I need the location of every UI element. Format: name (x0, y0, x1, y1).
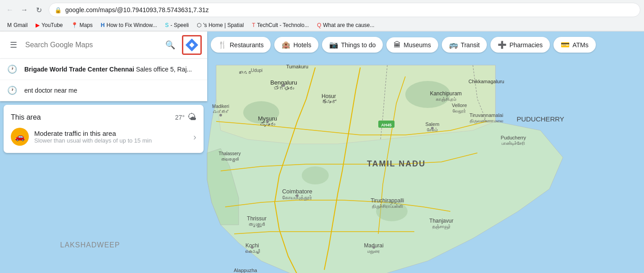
left-panel: ☰ 🔍 🕐 Brigade World Trade Center C (0, 31, 207, 153)
bookmark-techcult-label: TechCult - Technolo... (257, 22, 309, 28)
bookmark-how-to-fix[interactable]: H How to Fix Window... (97, 21, 161, 29)
traffic-row: 🚗 Moderate traffic in this area Slower t… (11, 128, 196, 146)
pill-transit-label: Transit (461, 41, 480, 49)
weather-info: 27° 🌤 (175, 112, 196, 122)
pill-things-to-do[interactable]: 📷 Things to do (322, 37, 383, 53)
pill-restaurants[interactable]: 🍴 Restaurants (211, 37, 271, 53)
svg-text:LAKSHADWEEP: LAKSHADWEEP (60, 241, 120, 249)
directions-diamond (186, 39, 198, 51)
svg-point-56 (266, 120, 269, 123)
suggestion-text-2: ent doctor near me (24, 87, 200, 94)
suggestion-main-2: ent doctor near me (24, 87, 200, 94)
hamburger-icon: ☰ (10, 40, 17, 50)
svg-text:PUDUCHERRY: PUDUCHERRY (517, 115, 564, 123)
traffic-chevron-button[interactable]: › (193, 132, 196, 142)
pill-pharmacies[interactable]: ➕ Pharmacies (490, 37, 550, 53)
svg-text:வேலூர்: வேலூர் (453, 108, 466, 114)
svg-text:ಹೊಸೂರ್: ಹೊಸೂರ್ (321, 99, 336, 104)
svg-text:காஞ்சிபுரம்: காஞ்சிபுரம் (436, 97, 456, 102)
svg-point-59 (296, 194, 299, 197)
browser-chrome: ← → ↻ 🔒 google.com/maps/@10.7941093,78.5… (0, 0, 644, 31)
reload-button[interactable]: ↻ (32, 4, 45, 16)
pills-bar: 🍴 Restaurants 🏨 Hotels 📷 Things to do 🏛 … (207, 35, 644, 54)
pill-hotels[interactable]: 🏨 Hotels (274, 37, 318, 53)
search-input-container: 🔍 (25, 37, 178, 53)
bookmark-youtube[interactable]: ▶ YouTube (32, 21, 66, 29)
search-suggestions: 🕐 Brigade World Trade Center Chennai Sal… (0, 58, 207, 101)
svg-text:AH45: AH45 (381, 123, 391, 127)
pill-restaurants-label: Restaurants (230, 41, 263, 49)
browser-toolbar: ← → ↻ 🔒 google.com/maps/@10.7941093,78.5… (0, 0, 644, 20)
svg-text:Madikeri: Madikeri (212, 104, 229, 109)
bookmark-youtube-label: YouTube (41, 22, 63, 28)
speeli-icon: S (165, 22, 169, 28)
bookmark-what-are-label: What are the cause... (323, 22, 374, 28)
bookmark-speeli-label: - Speeli (171, 22, 189, 28)
bookmark-maps-label: Maps (80, 22, 93, 28)
pill-atms-label: ATMs (572, 41, 589, 49)
svg-text:Tiruchirappalli: Tiruchirappalli (371, 197, 404, 204)
directions-button[interactable] (182, 35, 202, 55)
restaurants-icon: 🍴 (218, 40, 227, 49)
svg-text:കൊച്ചി: കൊച്ചി (245, 249, 260, 254)
history-icon-2: 🕐 (7, 85, 17, 95)
address-bar[interactable]: 🔒 google.com/maps/@10.7941093,78.5743631… (49, 3, 640, 17)
search-button[interactable]: 🔍 (162, 37, 178, 53)
lock-icon: 🔒 (54, 7, 62, 13)
home-spatial-icon: ⬡ (197, 22, 201, 28)
bookmark-maps[interactable]: 📍 Maps (68, 21, 96, 29)
suggestion-strong-1: Brigade World Trade Center Chennai (24, 66, 134, 73)
weather-icon: 🌤 (187, 112, 196, 122)
svg-text:Salem: Salem (425, 121, 439, 127)
pill-things-to-do-label: Things to do (341, 41, 376, 49)
bookmark-how-to-fix-label: How to Fix Window... (107, 22, 157, 28)
area-title: This area (11, 113, 41, 121)
hamburger-button[interactable]: ☰ (5, 37, 22, 53)
svg-text:Thalassery: Thalassery (219, 151, 241, 156)
museums-icon: 🏛 (394, 41, 401, 49)
svg-text:பாண்டிச்சேரி: பாண்டிச்சேரி (502, 141, 525, 146)
svg-text:Chikkamagaluru: Chikkamagaluru (468, 79, 504, 84)
temperature: 27° (175, 114, 185, 121)
search-input[interactable] (25, 41, 159, 49)
bookmark-techcult[interactable]: T TechCult - Technolo... (248, 21, 313, 29)
svg-text:ಮಡಿಕೇರಿ: ಮಡಿಕೇರಿ (213, 110, 229, 114)
svg-text:Thanjavur: Thanjavur (429, 218, 453, 224)
suggestion-item-1[interactable]: 🕐 Brigade World Trade Center Chennai Sal… (0, 59, 207, 80)
traffic-info: Moderate traffic in this area Slower tha… (34, 130, 188, 144)
svg-text:திருவண்ணாமலை: திருவண்ணாமலை (470, 118, 503, 124)
suggestion-item-2[interactable]: 🕐 ent doctor near me (0, 80, 207, 101)
forward-button[interactable]: → (18, 4, 31, 16)
svg-text:TAMIL NADU: TAMIL NADU (367, 159, 426, 168)
svg-text:திருச்சிராப்பள்ளி: திருச்சிராப்பள்ளி (372, 204, 403, 209)
pill-atms[interactable]: 💳 ATMs (553, 37, 596, 53)
transit-icon: 🚌 (449, 40, 458, 49)
svg-text:Tumakuru: Tumakuru (286, 64, 308, 69)
back-button[interactable]: ← (4, 4, 16, 16)
svg-text:Tiruvannamalai: Tiruvannamalai (470, 112, 503, 118)
svg-point-57 (282, 84, 285, 87)
svg-text:Hosur: Hosur (322, 93, 336, 99)
bookmark-home-spatial[interactable]: ⬡ 's Home | Spatial (193, 21, 247, 29)
bookmarks-bar: M Gmail ▶ YouTube 📍 Maps H How to Fix Wi… (0, 20, 644, 31)
bookmark-gmail[interactable]: M Gmail (4, 21, 31, 29)
svg-point-60 (251, 246, 254, 249)
bookmark-speeli[interactable]: S - Speeli (162, 21, 193, 29)
how-to-fix-icon: H (101, 22, 105, 28)
svg-point-61 (372, 246, 375, 249)
suggestion-main-1: Brigade World Trade Center Chennai Sales… (24, 66, 200, 73)
svg-point-55 (219, 114, 222, 116)
traffic-icon-circle: 🚗 (11, 128, 29, 146)
svg-text:Vellore: Vellore (452, 103, 467, 108)
suggestion-text-1: Brigade World Trade Center Chennai Sales… (24, 66, 200, 73)
pill-museums[interactable]: 🏛 Museums (386, 37, 438, 53)
bookmark-what-are[interactable]: Q What are the cause... (313, 21, 378, 29)
svg-text:ಕಾಸರ: ಕಾಸರ (238, 70, 253, 75)
youtube-icon: ▶ (36, 22, 40, 28)
traffic-subtitle: Slower than usual with delays of up to 1… (34, 137, 188, 144)
svg-text:Alappuzha: Alappuzha (234, 268, 258, 273)
pill-transit[interactable]: 🚌 Transit (442, 37, 487, 53)
traffic-card: This area 27° 🌤 🚗 Moderate traffic in th… (4, 105, 204, 153)
traffic-car-icon: 🚗 (15, 132, 25, 142)
search-row: ☰ 🔍 (0, 31, 207, 58)
